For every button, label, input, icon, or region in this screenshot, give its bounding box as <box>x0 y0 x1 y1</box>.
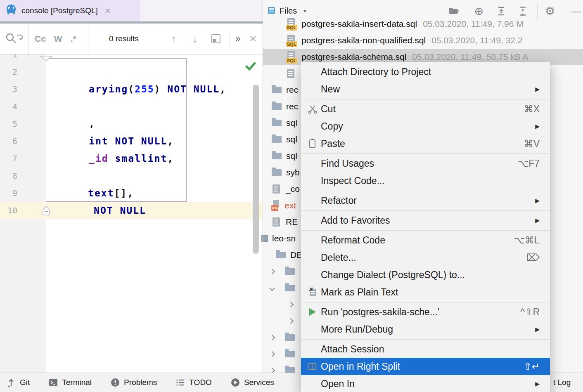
document-icon <box>273 184 280 194</box>
chevron-right-icon[interactable] <box>269 335 275 340</box>
code-line[interactable]: text[], <box>49 167 134 184</box>
icon-slot <box>307 84 318 95</box>
menu-item-reformat-code[interactable]: Reformat Code ⌥⌘L <box>301 231 550 249</box>
sql-editor[interactable]: 1 2 3 4 5 6 7 8 9 10 arying(255) NOT NUL… <box>0 54 263 373</box>
menu-item-mark-plain-text[interactable]: ✕ Mark as Plain Text <box>301 283 550 301</box>
git-commit-icon <box>7 378 16 387</box>
regex-toggle[interactable]: .* <box>71 34 76 44</box>
line-number: 10 <box>0 202 17 219</box>
line-number: 5 <box>0 115 17 132</box>
chevron-right-icon[interactable] <box>288 302 294 307</box>
folder-icon <box>272 120 282 126</box>
code-line[interactable]: NOT NULL <box>55 184 146 202</box>
statusbar-item-services[interactable]: Services <box>231 378 274 387</box>
line-number: 1 <box>0 54 17 63</box>
problems-icon <box>111 378 120 387</box>
tab-console-postgresql[interactable]: console [PostgreSQL] ✕ <box>0 0 140 21</box>
line-number: 9 <box>0 184 17 202</box>
more-options-button[interactable]: » <box>232 24 244 54</box>
menu-item-find-usages[interactable]: Find Usages ⌥F7 <box>301 155 550 172</box>
scissors-icon <box>307 104 318 115</box>
line-number: 3 <box>0 80 17 98</box>
previous-occurrence-button[interactable]: ↑ <box>167 24 181 54</box>
services-icon <box>231 378 240 387</box>
statusbar-item-problems[interactable]: Problems <box>111 378 157 387</box>
search-history-button[interactable] <box>4 32 26 46</box>
menu-item-run[interactable]: Run 'postgres-sakila-sche...' ^⇧R <box>301 303 550 321</box>
menu-item-cut[interactable]: Cut ⌘X <box>301 100 550 118</box>
folder-icon <box>285 334 295 341</box>
folder-icon <box>272 136 282 143</box>
terminal-icon <box>49 378 58 387</box>
run-icon <box>307 307 318 318</box>
menu-item-open-in-right-split[interactable]: Open in Right Split ⇧↵ <box>301 358 550 375</box>
menu-item-open-in[interactable]: Open In ▶ <box>301 375 550 392</box>
code-line[interactable]: int NOT NULL, <box>50 115 174 132</box>
editor-tab-bar: console [PostgreSQL] ✕ <box>0 0 263 24</box>
submenu-arrow-icon: ▶ <box>535 326 540 333</box>
icon-slot <box>307 195 318 206</box>
menu-item-attach-session[interactable]: Attach Session <box>301 340 550 358</box>
menu-item-new[interactable]: New ▶ <box>301 80 550 98</box>
editor-scrollbar[interactable] <box>253 85 259 254</box>
chevron-right-icon[interactable] <box>269 269 275 274</box>
icon-slot <box>307 66 318 78</box>
search-results-count: 0 results <box>109 24 139 54</box>
fold-region-top-marker[interactable] <box>40 55 52 63</box>
icon-slot <box>307 121 318 132</box>
icon-slot <box>307 269 318 281</box>
line-number: 2 <box>0 63 17 80</box>
folder-icon <box>285 268 295 275</box>
sql-file-icon: SQL <box>286 18 296 30</box>
submenu-arrow-icon: ▶ <box>535 197 540 204</box>
postgresql-elephant-icon <box>5 4 17 18</box>
file-row[interactable]: SQL postgres-sakila-non-qualified.sql 05… <box>263 32 583 49</box>
submenu-arrow-icon: ▶ <box>535 217 540 224</box>
icon-slot <box>307 378 318 390</box>
chevron-down-icon[interactable] <box>269 285 275 291</box>
toolbar-divider <box>28 24 28 54</box>
file-row[interactable]: SQL postgres-sakila-insert-data.sql 05.0… <box>263 16 583 32</box>
folder-icon <box>272 103 282 110</box>
menu-item-delete[interactable]: Delete... ⌦ <box>301 249 550 266</box>
statusbar-item-git[interactable]: Git <box>7 378 30 387</box>
menu-item-add-to-favorites[interactable]: Add to Favorites ▶ <box>301 212 550 229</box>
find-in-selection-button[interactable] <box>211 34 220 43</box>
menu-item-attach-directory[interactable]: Attach Directory to Project <box>301 63 550 80</box>
next-occurrence-button[interactable]: ↓ <box>188 24 202 54</box>
plain-text-icon: ✕ <box>307 287 318 298</box>
line-number: 8 <box>0 167 17 184</box>
statusbar-item-terminal[interactable]: Terminal <box>49 378 92 387</box>
clipboard-icon <box>307 138 318 149</box>
statusbar-item-todo[interactable]: TODO <box>176 378 212 387</box>
tool-window-icon <box>268 7 275 14</box>
folder-icon <box>272 87 282 93</box>
chevron-right-icon[interactable] <box>269 351 275 357</box>
sql-file-icon: SQL <box>286 35 296 46</box>
menu-item-refactor[interactable]: Refactor ▶ <box>301 192 550 209</box>
fold-region-bottom-marker[interactable] <box>42 205 51 218</box>
panel-divider[interactable] <box>263 0 263 373</box>
menu-item-paste[interactable]: Paste ⌘V <box>301 135 550 152</box>
line-number: 6 <box>0 132 17 150</box>
inspection-ok-check-icon[interactable] <box>244 61 257 73</box>
match-case-toggle[interactable]: Cc <box>35 34 46 44</box>
chevron-right-icon[interactable] <box>288 318 294 324</box>
code-line[interactable]: arying(255) NOT NULL, <box>50 63 226 80</box>
icon-slot <box>307 344 318 355</box>
close-search-icon[interactable]: ✕ <box>246 24 260 54</box>
menu-item-change-dialect[interactable]: Change Dialect (PostgreSQL) to... <box>301 266 550 283</box>
tab-close-icon[interactable]: ✕ <box>104 6 111 16</box>
tab-title: console [PostgreSQL] <box>21 6 98 15</box>
icon-slot <box>307 215 318 226</box>
menu-item-more-run-debug[interactable]: More Run/Debug ▶ <box>301 321 550 338</box>
line-number: 7 <box>0 150 17 167</box>
event-log-label[interactable]: t Log <box>553 373 571 392</box>
menu-item-copy[interactable]: Copy ▶ <box>301 118 550 135</box>
menu-item-inspect-code[interactable]: Inspect Code... <box>301 172 550 189</box>
code-line[interactable]: , <box>50 98 95 115</box>
code-line[interactable]: _id smallint, <box>50 132 174 150</box>
document-icon <box>287 69 294 78</box>
whole-words-toggle[interactable]: W <box>54 34 62 44</box>
todo-list-icon <box>176 378 185 387</box>
